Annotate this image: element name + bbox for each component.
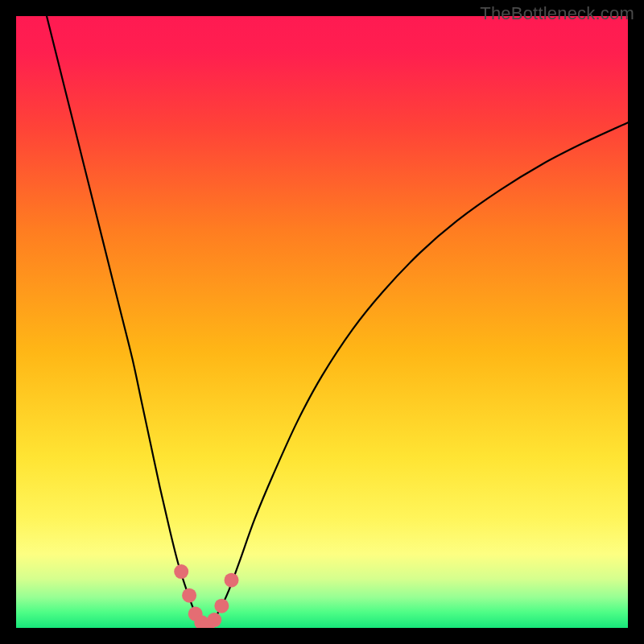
plot-area [16,16,628,628]
marker-dot [225,573,239,588]
dots-layer [16,16,628,628]
marker-dot [214,599,229,613]
marker-dot [174,564,188,579]
marker-dot [182,588,196,603]
bottleneck-dots [174,564,238,628]
marker-dot [207,613,221,627]
chart-frame: TheBottleneck.com [0,0,644,644]
watermark-text: TheBottleneck.com [480,3,634,24]
